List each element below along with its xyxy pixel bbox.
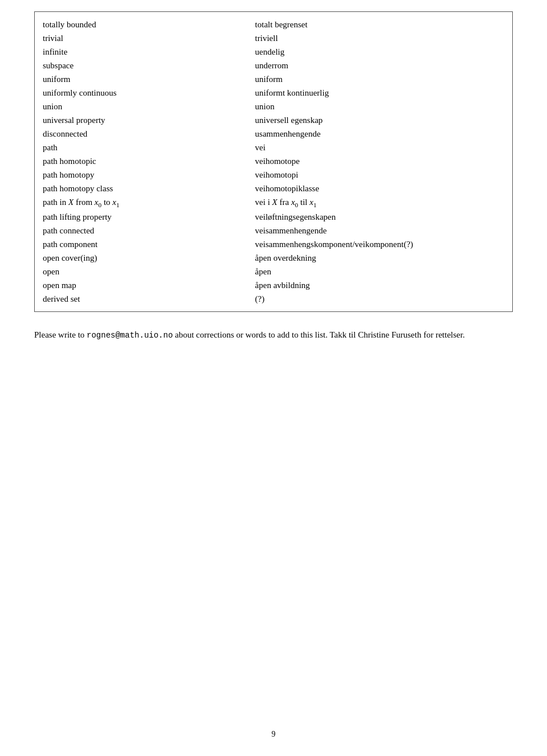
term-no: uniformt kontinuerlig — [255, 86, 329, 100]
entry-row: underrom — [255, 59, 504, 72]
page-number: 9 — [272, 730, 276, 739]
term-en: path homotopic — [43, 154, 96, 168]
term-en: open cover(ing) — [43, 251, 97, 265]
entry-row: åpen — [255, 265, 504, 278]
term-en: derived set — [43, 292, 80, 306]
norwegian-column: totalt begrenset triviell uendelig under… — [255, 18, 504, 306]
glossary-box: totally bounded trivial infinite subspac… — [34, 11, 513, 312]
term-en: union — [43, 100, 62, 113]
term-no: uendelig — [255, 45, 285, 59]
term-en: trivial — [43, 31, 63, 45]
term-no: triviell — [255, 31, 278, 45]
term-no: veisammenhengskomponent/veikomponent(?) — [255, 237, 413, 251]
entry-row: universell egenskap — [255, 113, 504, 127]
term-no: veihomotope — [255, 154, 300, 168]
term-en: path homotopy class — [43, 182, 113, 195]
term-no: (?) — [255, 292, 265, 306]
term-no: veisammenhengende — [255, 224, 327, 237]
entry-row: vei i X fra x0 til x1 — [255, 195, 504, 210]
entry-row: (?) — [255, 292, 504, 306]
entry-row: veisammenhengskomponent/veikomponent(?) — [255, 237, 504, 251]
entry-row: union — [43, 100, 250, 113]
term-no: vei — [255, 141, 266, 154]
term-no: usammenhengende — [255, 127, 321, 141]
entry-row: uniform — [255, 72, 504, 86]
term-no: totalt begrenset — [255, 18, 308, 31]
entry-row: veihomotopi — [255, 168, 504, 182]
entry-row: infinite — [43, 45, 250, 59]
term-en: path component — [43, 237, 97, 251]
entry-row: derived set — [43, 292, 250, 306]
entry-row: usammenhengende — [255, 127, 504, 141]
term-en: path lifting property — [43, 210, 112, 224]
term-no: universell egenskap — [255, 113, 323, 127]
entry-row: path homotopy class — [43, 182, 250, 195]
entry-row: veisammenhengende — [255, 224, 504, 237]
entry-row: uniform — [43, 72, 250, 86]
entry-row: disconnected — [43, 127, 250, 141]
entry-row: path in X from x0 to x1 — [43, 195, 250, 210]
footer-text-after: about corrections or words to add to thi… — [173, 330, 464, 339]
entry-row: totally bounded — [43, 18, 250, 31]
entry-row: trivial — [43, 31, 250, 45]
entry-row: åpen avbildning — [255, 278, 504, 292]
english-column: totally bounded trivial infinite subspac… — [43, 18, 255, 306]
entry-row: veihomotopiklasse — [255, 182, 504, 195]
entry-row: uniformly continuous — [43, 86, 250, 100]
entry-row: veiløftningsegenskapen — [255, 210, 504, 224]
term-no: veihomotopi — [255, 168, 299, 182]
entry-row: åpen overdekning — [255, 251, 504, 265]
entry-row: totalt begrenset — [255, 18, 504, 31]
entry-row: path homotopy — [43, 168, 250, 182]
term-en: open — [43, 265, 59, 278]
entry-row: veihomotope — [255, 154, 504, 168]
entry-row: open map — [43, 278, 250, 292]
term-no: veihomotopiklasse — [255, 182, 320, 195]
entry-row: open — [43, 265, 250, 278]
term-no: vei i X fra x0 til x1 — [255, 195, 317, 210]
entry-row: path component — [43, 237, 250, 251]
term-no: åpen avbildning — [255, 278, 310, 292]
term-en: uniform — [43, 72, 70, 86]
term-no: union — [255, 100, 275, 113]
term-en: disconnected — [43, 127, 87, 141]
entry-row: vei — [255, 141, 504, 154]
term-en: infinite — [43, 45, 67, 59]
term-en: open map — [43, 278, 76, 292]
footer-note: Please write to rognes@math.uio.no about… — [34, 328, 513, 342]
term-no: uniform — [255, 72, 283, 86]
entry-row: triviell — [255, 31, 504, 45]
entry-row: universal property — [43, 113, 250, 127]
entry-row: union — [255, 100, 504, 113]
entry-row: path lifting property — [43, 210, 250, 224]
term-no: veiløftningsegenskapen — [255, 210, 336, 224]
entry-row: path — [43, 141, 250, 154]
footer-text-before: Please write to — [34, 330, 87, 339]
term-en: subspace — [43, 59, 74, 72]
term-en: totally bounded — [43, 18, 96, 31]
term-en: uniformly continuous — [43, 86, 117, 100]
term-en: path homotopy — [43, 168, 94, 182]
term-no: underrom — [255, 59, 288, 72]
term-en: path connected — [43, 224, 94, 237]
entry-row: subspace — [43, 59, 250, 72]
footer-email[interactable]: rognes@math.uio.no — [87, 331, 173, 340]
term-en: path — [43, 141, 58, 154]
entry-row: path homotopic — [43, 154, 250, 168]
page-container: totally bounded trivial infinite subspac… — [0, 0, 547, 376]
entry-row: open cover(ing) — [43, 251, 250, 265]
term-en: universal property — [43, 113, 105, 127]
term-no: åpen overdekning — [255, 251, 316, 265]
entry-row: uniformt kontinuerlig — [255, 86, 504, 100]
entry-row: path connected — [43, 224, 250, 237]
term-en: path in X from x0 to x1 — [43, 195, 120, 210]
term-no: åpen — [255, 265, 271, 278]
entry-row: uendelig — [255, 45, 504, 59]
